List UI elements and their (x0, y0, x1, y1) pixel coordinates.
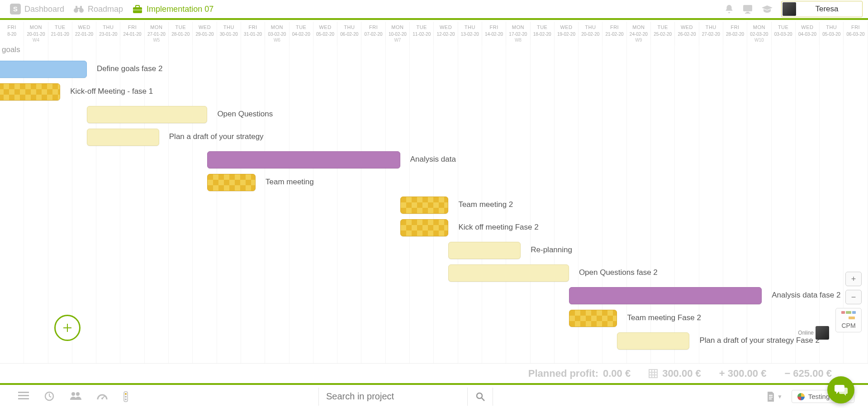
traffic-light-icon[interactable] (123, 391, 128, 402)
svg-text:S: S (13, 5, 18, 13)
bottom-bar: ▼ Testing mode (0, 383, 868, 408)
svg-line-33 (482, 398, 484, 401)
day-column: WED04-03-20 (796, 22, 820, 45)
gantt-row: Team meeting (0, 171, 868, 194)
task-bar[interactable] (207, 151, 400, 168)
planned-profit-value: 0.00 € (603, 368, 631, 379)
search-button[interactable] (468, 388, 493, 406)
day-column: FRI14-02-20 (482, 22, 506, 45)
day-column: MON20-01-20W4 (24, 22, 48, 45)
svg-line-27 (102, 396, 105, 398)
cpm-label: CPM (841, 322, 855, 329)
user-menu[interactable]: Teresa (781, 1, 863, 17)
document-menu[interactable]: ▼ (766, 391, 783, 402)
clock-icon[interactable] (44, 391, 54, 402)
day-column: THU27-02-20 (699, 22, 723, 45)
task-bar[interactable] (448, 242, 521, 259)
monitor-icon[interactable] (742, 4, 753, 14)
svg-point-25 (76, 392, 80, 396)
gantt-row: Open Questions fase 2 (0, 262, 868, 284)
chat-button[interactable] (827, 376, 854, 403)
task-label: Open Questions fase 2 (579, 268, 658, 277)
stat-grid-cost: 300.00 € (649, 368, 701, 379)
day-column: FRI28-02-20 (723, 22, 747, 45)
gantt-row: Kick off meeting Fase 2 (0, 216, 868, 239)
team-icon[interactable] (70, 391, 81, 402)
day-column: WED19-02-20 (555, 22, 579, 45)
app-logo-icon: S (10, 4, 21, 14)
nav-project[interactable]: Implementation 07 (128, 4, 218, 14)
stat-planned-profit: Planned profit: 0.00 € (528, 368, 631, 379)
svg-point-32 (477, 393, 482, 398)
stat-minus: − 625.00 € (784, 368, 832, 379)
day-column: WED12-02-20 (434, 22, 458, 45)
task-bar[interactable] (400, 197, 449, 214)
task-bar[interactable] (569, 287, 762, 304)
avatar (783, 2, 796, 16)
day-column: FRI8-20 (0, 22, 24, 45)
day-column: THU20-02-20 (579, 22, 602, 45)
day-column: MON10-02-20W7 (386, 22, 410, 45)
online-avatar (816, 326, 829, 340)
task-bar[interactable] (207, 174, 256, 191)
day-column: TUE11-02-20 (410, 22, 434, 45)
task-bar[interactable] (448, 264, 569, 282)
nav-roadmap-label: Roadmap (88, 5, 123, 14)
search-input[interactable] (318, 388, 468, 406)
day-column: MON02-03-20W10 (747, 22, 771, 45)
task-label: Analysis data (410, 155, 456, 164)
nav-roadmap[interactable]: Roadmap (69, 4, 128, 14)
task-bar[interactable] (617, 332, 689, 350)
svg-rect-12 (745, 13, 750, 14)
gantt-row: Team meeting Fase 2 (0, 307, 868, 330)
timeline-header: FRI8-20MON20-01-20W4TUE21-01-20WED22-01-… (0, 22, 868, 45)
user-name: Teresa (801, 5, 853, 14)
zoom-in-button[interactable]: + (845, 272, 862, 286)
online-user-indicator[interactable]: Online (798, 326, 829, 340)
day-column: TUE03-03-20 (772, 22, 796, 45)
top-nav: S Dashboard Roadmap Implementation 07 Te… (0, 0, 868, 20)
svg-point-30 (125, 396, 127, 398)
svg-rect-34 (769, 395, 773, 396)
graduation-cap-icon[interactable] (761, 5, 773, 14)
task-label: Define goals fase 2 (97, 64, 163, 73)
task-bar[interactable] (0, 83, 60, 101)
gantt-row: Open Questions (0, 103, 868, 126)
gantt-area[interactable]: Define goals fase 2Kick-off Meeting - fa… (0, 58, 868, 367)
chevron-down-icon: ▼ (777, 394, 783, 400)
task-bar[interactable] (400, 219, 449, 236)
svg-rect-36 (769, 398, 772, 399)
day-column: THU05-03-20 (820, 22, 844, 45)
svg-rect-18 (18, 392, 29, 393)
task-label: Re-planning (531, 245, 572, 254)
svg-point-31 (125, 398, 127, 400)
day-column: MON24-02-20W9 (627, 22, 651, 45)
day-column: MON17-02-20W8 (506, 22, 530, 45)
gauge-icon[interactable] (97, 391, 108, 402)
nav-dashboard-label: Dashboard (24, 5, 64, 14)
nav-dashboard[interactable]: S Dashboard (5, 4, 69, 14)
task-label: Open Questions (217, 110, 273, 119)
gantt-row: Analysis data fase 2 (0, 284, 868, 307)
nav-project-label: Implementation 07 (147, 5, 213, 14)
task-bar[interactable] (569, 310, 617, 327)
day-column: TUE21-01-20 (48, 22, 72, 45)
gantt-row: Kick-off Meeting - fase 1 (0, 81, 868, 103)
task-bar[interactable] (87, 129, 159, 146)
list-view-icon[interactable] (18, 391, 29, 402)
section-label-goals: goals (2, 45, 20, 54)
add-task-button[interactable] (54, 315, 81, 341)
svg-rect-5 (80, 6, 82, 9)
day-column: FRI21-02-20 (602, 22, 626, 45)
bell-icon[interactable] (724, 4, 734, 14)
task-bar[interactable] (0, 61, 87, 78)
pie-icon (797, 393, 805, 400)
day-column: THU13-02-20 (458, 22, 482, 45)
cpm-toggle[interactable]: CPM (835, 308, 862, 332)
gantt-row: Plan a draft of your strategy Fase 2 (0, 330, 868, 352)
day-column: WED29-01-20 (193, 22, 217, 45)
svg-rect-19 (18, 395, 29, 396)
task-bar[interactable] (87, 106, 208, 123)
gantt-row: Plan a draft of your strategy (0, 126, 868, 149)
zoom-out-button[interactable]: − (845, 290, 862, 304)
